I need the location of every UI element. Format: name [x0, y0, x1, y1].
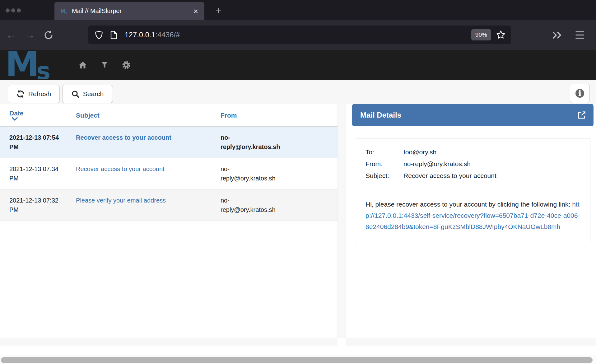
- mailslurper-browser-window: M s Mail // MailSlurper × + ← →: [0, 0, 596, 364]
- menu-button[interactable]: [572, 20, 588, 50]
- mail-from: no-reply@ory.kratos.sh: [213, 189, 282, 221]
- search-button[interactable]: Search: [62, 85, 113, 103]
- url-port-path: :4436/#: [156, 31, 180, 39]
- filter-nav-button[interactable]: [100, 61, 109, 69]
- tab-close-icon[interactable]: ×: [192, 7, 199, 15]
- subject-label: Subject:: [366, 171, 403, 180]
- svg-text:M: M: [61, 8, 65, 14]
- mail-subject: Please verify your email address: [68, 189, 213, 221]
- refresh-icon: [16, 90, 25, 98]
- home-icon: [79, 61, 87, 69]
- horizontal-scrollbar[interactable]: [0, 356, 596, 364]
- meta-row-to: To: foo@ory.sh: [366, 147, 581, 157]
- info-button[interactable]: [570, 84, 590, 103]
- main-content: Date Subject From 2021-12-13 07:54 PM Re…: [0, 104, 596, 338]
- mail-subject-link[interactable]: Recover access to your account: [76, 134, 171, 141]
- mail-table: Date Subject From 2021-12-13 07:54 PM Re…: [0, 104, 338, 221]
- panel-footer-strip: [0, 338, 596, 346]
- svg-text:s: s: [65, 11, 67, 14]
- mail-subject: Recover access to your account: [68, 126, 213, 158]
- browser-nav-toolbar: ← → 127.0.0.1:4436/# 90%: [0, 20, 596, 50]
- back-arrow-icon: ←: [6, 29, 16, 41]
- reload-icon: [44, 30, 53, 40]
- reload-button[interactable]: [40, 20, 57, 50]
- mail-table-header-row: Date Subject From: [0, 104, 338, 126]
- from-value: no-reply@ory.kratos.sh: [403, 159, 471, 169]
- window-maximize-dot[interactable]: [17, 8, 21, 12]
- search-button-label: Search: [83, 90, 104, 98]
- search-icon: [72, 90, 79, 98]
- meta-row-subject: Subject: Recover access to your account: [366, 171, 581, 180]
- page-info-icon[interactable]: [110, 31, 117, 39]
- info-icon: [575, 88, 585, 98]
- svg-text:s: s: [36, 57, 50, 79]
- mail-date: 2021-12-13 07:34 PM: [0, 158, 68, 189]
- subject-value: Recover access to your account: [403, 171, 496, 180]
- settings-nav-button[interactable]: [122, 61, 130, 69]
- browser-tab-mailslurper[interactable]: M s Mail // MailSlurper ×: [54, 2, 204, 20]
- column-header-subject[interactable]: Subject: [68, 104, 213, 126]
- mail-details-header: Mail Details: [352, 104, 594, 126]
- to-value: foo@ory.sh: [403, 147, 436, 157]
- app-navbar: M s: [0, 50, 596, 80]
- forward-button[interactable]: →: [22, 20, 38, 50]
- mail-subject: Recover access to your account: [68, 158, 213, 189]
- from-label: From:: [366, 159, 403, 169]
- window-minimize-dot[interactable]: [11, 8, 15, 12]
- refresh-button-label: Refresh: [28, 90, 51, 98]
- double-chevron-right-icon: [552, 31, 562, 39]
- url-host: 127.0.0.1: [125, 31, 156, 39]
- open-external-icon[interactable]: [577, 111, 586, 119]
- bottom-margin: [0, 346, 596, 356]
- hamburger-icon: [575, 31, 584, 39]
- mail-subject-link[interactable]: Please verify your email address: [76, 197, 166, 204]
- panel-divider[interactable]: [338, 104, 346, 338]
- column-header-spacer: [282, 104, 338, 126]
- svg-text:M: M: [7, 51, 37, 79]
- mail-from: no-reply@ory.kratos.sh: [213, 126, 282, 158]
- mail-details-panel: Mail Details To: foo@ory.sh From: no-rep…: [346, 104, 596, 338]
- mail-details-title: Mail Details: [360, 111, 401, 119]
- mail-row[interactable]: 2021-12-13 07:34 PM Recover access to yo…: [0, 158, 338, 189]
- sort-desc-caret-icon: [12, 117, 18, 121]
- url-bar[interactable]: 127.0.0.1:4436/# 90%: [88, 26, 511, 44]
- url-text[interactable]: 127.0.0.1:4436/#: [125, 31, 180, 39]
- tab-title: Mail // MailSlurper: [72, 7, 192, 15]
- filter-funnel-icon: [101, 62, 108, 68]
- mail-date: 2021-12-13 07:54 PM: [0, 126, 68, 158]
- new-tab-button[interactable]: +: [212, 4, 225, 17]
- mail-body: Hi, please recover access to your accoun…: [366, 199, 581, 232]
- mail-list-panel: Date Subject From 2021-12-13 07:54 PM Re…: [0, 104, 338, 338]
- shield-icon[interactable]: [95, 31, 103, 39]
- mail-body-text: Hi, please recover access to your accoun…: [366, 201, 572, 208]
- bookmark-star-icon: [496, 30, 505, 40]
- tab-favicon-mailslurper-icon: M s: [61, 8, 68, 14]
- forward-arrow-icon: →: [25, 29, 35, 41]
- details-divider: [366, 190, 581, 190]
- action-toolbar: Refresh Search: [0, 80, 596, 104]
- to-label: To:: [366, 147, 403, 157]
- meta-row-from: From: no-reply@ory.kratos.sh: [366, 159, 581, 169]
- bookmark-button[interactable]: [496, 30, 505, 40]
- column-header-from[interactable]: From: [213, 104, 282, 126]
- column-header-date[interactable]: Date: [0, 104, 68, 126]
- back-button[interactable]: ←: [3, 20, 19, 50]
- mail-from: no-reply@ory.kratos.sh: [213, 158, 282, 189]
- horizontal-scrollbar-thumb[interactable]: [1, 357, 593, 363]
- mail-row[interactable]: 2021-12-13 07:32 PM Please verify your e…: [0, 189, 338, 221]
- extensions-overflow-button[interactable]: [549, 20, 565, 50]
- home-nav-button[interactable]: [79, 61, 87, 69]
- window-close-dot[interactable]: [6, 8, 10, 12]
- mailslurper-logo: M s: [7, 51, 61, 79]
- refresh-button[interactable]: Refresh: [8, 85, 60, 103]
- mail-date: 2021-12-13 07:32 PM: [0, 189, 68, 221]
- mail-row-selected[interactable]: 2021-12-13 07:54 PM Recover access to yo…: [0, 126, 338, 158]
- gear-icon: [122, 61, 130, 69]
- mail-details-card: To: foo@ory.sh From: no-reply@ory.kratos…: [356, 138, 590, 243]
- mail-subject-link[interactable]: Recover access to your account: [76, 166, 165, 172]
- window-controls[interactable]: [6, 8, 21, 12]
- zoom-level-badge[interactable]: 90%: [471, 29, 491, 40]
- browser-tab-bar: M s Mail // MailSlurper × +: [0, 0, 596, 20]
